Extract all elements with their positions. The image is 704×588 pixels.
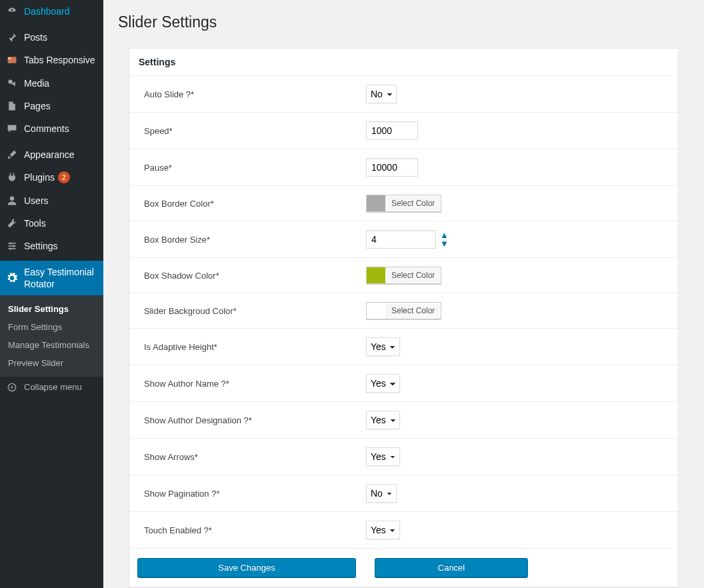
- input-pause[interactable]: [366, 158, 418, 177]
- row-pause: Pause*: [129, 149, 678, 186]
- select-auto-slide[interactable]: No: [366, 85, 397, 103]
- color-picker-slider-bg[interactable]: Select Color: [366, 302, 441, 319]
- sidebar-item-tools[interactable]: Tools: [0, 212, 103, 235]
- swatch-slider-bg: [367, 303, 385, 319]
- row-show-pagination: Show Pagination ?* No: [129, 475, 678, 512]
- row-slider-bg-color: Slider Backgroud Color* Select Color: [129, 293, 678, 329]
- select-adaptive-height[interactable]: Yes: [366, 337, 400, 356]
- input-box-border-size[interactable]: [366, 230, 436, 249]
- swatch-box-border: [367, 195, 385, 211]
- sidebar-label: Users: [24, 195, 49, 207]
- plugins-badge: 2: [58, 171, 70, 183]
- label-box-border-color: Box Border Color*: [129, 199, 366, 209]
- row-adaptive-height: Is Adaptive Height* Yes: [129, 329, 678, 365]
- admin-sidebar: Dashboard Posts Tabs Responsive Media Pa…: [0, 0, 103, 588]
- svg-rect-1: [8, 58, 11, 59]
- color-label: Select Color: [385, 306, 441, 315]
- label-pause: Pause*: [129, 163, 366, 173]
- row-auto-slide: Auto Slide ?* No: [129, 76, 678, 113]
- submenu: Slider Settings Form Settings Manage Tes…: [0, 295, 103, 377]
- sidebar-label: Tools: [24, 217, 46, 229]
- sidebar-label: Media: [24, 77, 49, 89]
- sidebar-item-users[interactable]: Users: [0, 189, 103, 212]
- label-show-arrows: Show Arrows*: [129, 452, 366, 462]
- label-box-border-size: Box Border Size*: [129, 235, 366, 245]
- pin-icon: [5, 32, 19, 43]
- sidebar-item-comments[interactable]: Comments: [0, 117, 103, 140]
- label-author-name: Show Author Name ?*: [129, 379, 366, 389]
- sidebar-item-plugins[interactable]: Plugins 2: [0, 166, 103, 189]
- color-label: Select Color: [385, 271, 441, 280]
- sidebar-item-tabs-responsive[interactable]: Tabs Responsive: [0, 49, 103, 71]
- sidebar-item-media[interactable]: Media: [0, 72, 103, 95]
- collapse-menu[interactable]: Collapse menu: [0, 377, 103, 397]
- dashboard-icon: [5, 6, 19, 17]
- sidebar-item-pages[interactable]: Pages: [0, 95, 103, 117]
- sidebar-item-settings[interactable]: Settings: [0, 235, 103, 257]
- panel-heading: Settings: [129, 49, 678, 76]
- comment-icon: [5, 123, 19, 134]
- sidebar-label: Posts: [24, 31, 47, 43]
- sidebar-item-appearance[interactable]: Appearance: [0, 143, 103, 166]
- row-speed: Speed*: [129, 113, 678, 149]
- sidebar-label: Tabs Responsive: [24, 54, 95, 66]
- label-touch-enabled: Touch Enabled ?*: [129, 525, 366, 535]
- label-box-shadow-color: Box Shadow Color*: [129, 271, 366, 281]
- sidebar-item-easy-testimonial-rotator[interactable]: Easy Testimonial Rotator: [0, 261, 103, 295]
- select-author-name[interactable]: Yes: [366, 374, 400, 393]
- submenu-item-manage-testimonials[interactable]: Manage Testimonials: [0, 336, 103, 354]
- page-icon: [5, 101, 19, 111]
- stepper-down-icon[interactable]: ▼: [440, 239, 449, 248]
- label-speed: Speed*: [129, 126, 366, 136]
- settings-panel: Settings Auto Slide ?* No Speed* Pause*: [129, 48, 679, 587]
- svg-point-3: [10, 196, 14, 200]
- select-show-arrows[interactable]: Yes: [366, 447, 400, 466]
- row-author-designation: Show Author Designation ?* Yes: [129, 402, 678, 439]
- submenu-item-form-settings[interactable]: Form Settings: [0, 318, 103, 336]
- cancel-button[interactable]: Cancel: [375, 558, 528, 577]
- color-picker-box-shadow[interactable]: Select Color: [366, 267, 441, 284]
- swatch-box-shadow: [367, 267, 385, 283]
- row-box-border-size: Box Border Size* ▲ ▼: [129, 221, 678, 258]
- svg-point-2: [8, 79, 12, 83]
- label-auto-slide: Auto Slide ?*: [129, 89, 366, 99]
- page-title: Slider Settings: [118, 13, 691, 31]
- select-touch-enabled[interactable]: Yes: [366, 521, 400, 539]
- wrench-icon: [5, 218, 19, 229]
- color-label: Select Color: [385, 199, 441, 208]
- submenu-item-preview-slider[interactable]: Preview Slider: [0, 354, 103, 372]
- sidebar-label: Appearance: [24, 149, 75, 161]
- button-row: Save Changes Cancel: [129, 549, 678, 587]
- row-touch-enabled: Touch Enabled ?* Yes: [129, 512, 678, 549]
- row-box-border-color: Box Border Color* Select Color: [129, 186, 678, 221]
- row-show-arrows: Show Arrows* Yes: [129, 439, 678, 475]
- row-author-name: Show Author Name ?* Yes: [129, 365, 678, 402]
- sidebar-label: Dashboard: [24, 5, 70, 17]
- sidebar-label: Plugins: [24, 171, 55, 183]
- select-show-pagination[interactable]: No: [366, 484, 397, 503]
- gear-icon: [5, 273, 19, 283]
- sidebar-label: Comments: [24, 123, 69, 135]
- label-adaptive-height: Is Adaptive Height*: [129, 342, 366, 352]
- submenu-item-slider-settings[interactable]: Slider Settings: [0, 300, 103, 318]
- select-author-designation[interactable]: Yes: [366, 411, 400, 429]
- svg-point-9: [9, 247, 11, 249]
- plugin-icon: [5, 172, 19, 183]
- label-show-pagination: Show Pagination ?*: [129, 489, 366, 499]
- sidebar-label: Settings: [24, 240, 58, 252]
- row-box-shadow-color: Box Shadow Color* Select Color: [129, 258, 678, 293]
- media-icon: [5, 78, 19, 89]
- input-speed[interactable]: [366, 121, 418, 140]
- sidebar-label: Pages: [24, 100, 51, 112]
- save-button[interactable]: Save Changes: [137, 558, 356, 577]
- svg-point-8: [13, 245, 15, 247]
- label-slider-bg-color: Slider Backgroud Color*: [129, 306, 366, 316]
- settings-icon: [5, 241, 19, 251]
- tabs-icon: [5, 55, 19, 65]
- brush-icon: [5, 149, 19, 160]
- sidebar-item-posts[interactable]: Posts: [0, 26, 103, 49]
- color-picker-box-border[interactable]: Select Color: [366, 195, 441, 212]
- svg-rect-0: [8, 57, 17, 64]
- main-content: Slider Settings Settings Auto Slide ?* N…: [103, 0, 704, 588]
- sidebar-item-dashboard[interactable]: Dashboard: [0, 0, 103, 23]
